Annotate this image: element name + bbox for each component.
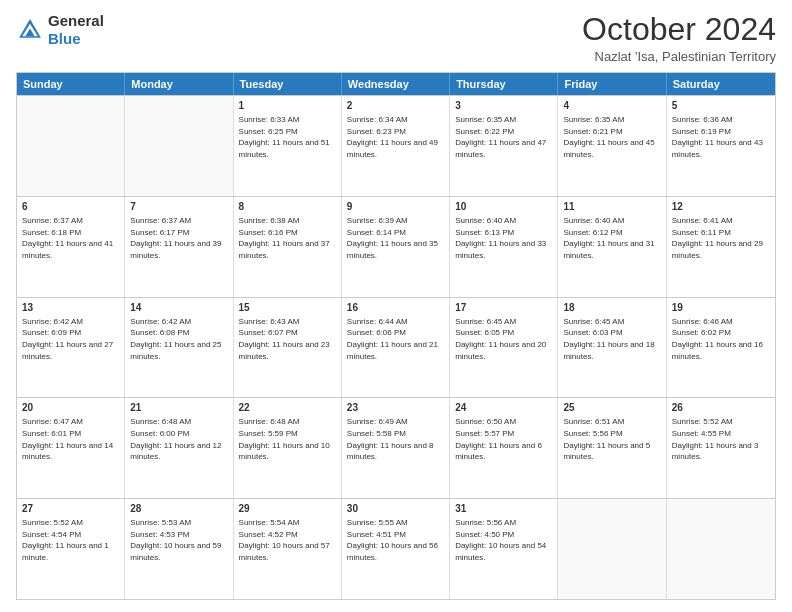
cell-info: Sunrise: 6:40 AM Sunset: 6:12 PM Dayligh… [563,215,660,261]
weekday-header-saturday: Saturday [667,73,775,95]
calendar-body: 1Sunrise: 6:33 AM Sunset: 6:25 PM Daylig… [17,95,775,599]
cell-info: Sunrise: 5:55 AM Sunset: 4:51 PM Dayligh… [347,517,444,563]
cell-info: Sunrise: 5:56 AM Sunset: 4:50 PM Dayligh… [455,517,552,563]
logo-icon [16,16,44,44]
cell-info: Sunrise: 6:51 AM Sunset: 5:56 PM Dayligh… [563,416,660,462]
calendar-cell: 9Sunrise: 6:39 AM Sunset: 6:14 PM Daylig… [342,197,450,297]
calendar-cell: 13Sunrise: 6:42 AM Sunset: 6:09 PM Dayli… [17,298,125,398]
calendar-cell: 28Sunrise: 5:53 AM Sunset: 4:53 PM Dayli… [125,499,233,599]
day-number: 19 [672,301,770,315]
calendar-cell: 2Sunrise: 6:34 AM Sunset: 6:23 PM Daylig… [342,96,450,196]
day-number: 20 [22,401,119,415]
calendar-cell [558,499,666,599]
day-number: 26 [672,401,770,415]
calendar-row-2: 6Sunrise: 6:37 AM Sunset: 6:18 PM Daylig… [17,196,775,297]
calendar-row-4: 20Sunrise: 6:47 AM Sunset: 6:01 PM Dayli… [17,397,775,498]
calendar-row-3: 13Sunrise: 6:42 AM Sunset: 6:09 PM Dayli… [17,297,775,398]
day-number: 17 [455,301,552,315]
calendar-cell: 22Sunrise: 6:48 AM Sunset: 5:59 PM Dayli… [234,398,342,498]
weekday-header-sunday: Sunday [17,73,125,95]
calendar-cell [17,96,125,196]
calendar-cell: 12Sunrise: 6:41 AM Sunset: 6:11 PM Dayli… [667,197,775,297]
weekday-header-thursday: Thursday [450,73,558,95]
weekday-header-friday: Friday [558,73,666,95]
calendar-cell: 10Sunrise: 6:40 AM Sunset: 6:13 PM Dayli… [450,197,558,297]
cell-info: Sunrise: 6:44 AM Sunset: 6:06 PM Dayligh… [347,316,444,362]
calendar-cell: 19Sunrise: 6:46 AM Sunset: 6:02 PM Dayli… [667,298,775,398]
calendar-cell: 5Sunrise: 6:36 AM Sunset: 6:19 PM Daylig… [667,96,775,196]
cell-info: Sunrise: 6:41 AM Sunset: 6:11 PM Dayligh… [672,215,770,261]
day-number: 1 [239,99,336,113]
cell-info: Sunrise: 6:39 AM Sunset: 6:14 PM Dayligh… [347,215,444,261]
logo: General Blue [16,12,104,48]
cell-info: Sunrise: 6:50 AM Sunset: 5:57 PM Dayligh… [455,416,552,462]
calendar-cell: 26Sunrise: 5:52 AM Sunset: 4:55 PM Dayli… [667,398,775,498]
day-number: 29 [239,502,336,516]
logo-blue: Blue [48,30,81,47]
calendar-cell: 27Sunrise: 5:52 AM Sunset: 4:54 PM Dayli… [17,499,125,599]
cell-info: Sunrise: 6:46 AM Sunset: 6:02 PM Dayligh… [672,316,770,362]
day-number: 30 [347,502,444,516]
day-number: 31 [455,502,552,516]
cell-info: Sunrise: 6:48 AM Sunset: 5:59 PM Dayligh… [239,416,336,462]
day-number: 13 [22,301,119,315]
day-number: 21 [130,401,227,415]
cell-info: Sunrise: 6:47 AM Sunset: 6:01 PM Dayligh… [22,416,119,462]
cell-info: Sunrise: 6:45 AM Sunset: 6:03 PM Dayligh… [563,316,660,362]
calendar-cell: 24Sunrise: 6:50 AM Sunset: 5:57 PM Dayli… [450,398,558,498]
day-number: 15 [239,301,336,315]
calendar-cell: 15Sunrise: 6:43 AM Sunset: 6:07 PM Dayli… [234,298,342,398]
weekday-header-monday: Monday [125,73,233,95]
cell-info: Sunrise: 5:52 AM Sunset: 4:55 PM Dayligh… [672,416,770,462]
cell-info: Sunrise: 6:42 AM Sunset: 6:08 PM Dayligh… [130,316,227,362]
day-number: 2 [347,99,444,113]
calendar-cell: 20Sunrise: 6:47 AM Sunset: 6:01 PM Dayli… [17,398,125,498]
calendar-cell [667,499,775,599]
calendar-cell: 16Sunrise: 6:44 AM Sunset: 6:06 PM Dayli… [342,298,450,398]
day-number: 5 [672,99,770,113]
calendar-row-5: 27Sunrise: 5:52 AM Sunset: 4:54 PM Dayli… [17,498,775,599]
day-number: 7 [130,200,227,214]
day-number: 10 [455,200,552,214]
cell-info: Sunrise: 6:34 AM Sunset: 6:23 PM Dayligh… [347,114,444,160]
day-number: 24 [455,401,552,415]
calendar-cell: 31Sunrise: 5:56 AM Sunset: 4:50 PM Dayli… [450,499,558,599]
cell-info: Sunrise: 6:45 AM Sunset: 6:05 PM Dayligh… [455,316,552,362]
calendar-row-1: 1Sunrise: 6:33 AM Sunset: 6:25 PM Daylig… [17,95,775,196]
cell-info: Sunrise: 6:35 AM Sunset: 6:21 PM Dayligh… [563,114,660,160]
day-number: 27 [22,502,119,516]
calendar-cell: 11Sunrise: 6:40 AM Sunset: 6:12 PM Dayli… [558,197,666,297]
cell-info: Sunrise: 5:53 AM Sunset: 4:53 PM Dayligh… [130,517,227,563]
cell-info: Sunrise: 5:54 AM Sunset: 4:52 PM Dayligh… [239,517,336,563]
day-number: 28 [130,502,227,516]
cell-info: Sunrise: 6:37 AM Sunset: 6:18 PM Dayligh… [22,215,119,261]
calendar-cell: 6Sunrise: 6:37 AM Sunset: 6:18 PM Daylig… [17,197,125,297]
day-number: 11 [563,200,660,214]
day-number: 18 [563,301,660,315]
cell-info: Sunrise: 6:48 AM Sunset: 6:00 PM Dayligh… [130,416,227,462]
cell-info: Sunrise: 6:49 AM Sunset: 5:58 PM Dayligh… [347,416,444,462]
day-number: 9 [347,200,444,214]
calendar-cell: 25Sunrise: 6:51 AM Sunset: 5:56 PM Dayli… [558,398,666,498]
calendar-cell: 29Sunrise: 5:54 AM Sunset: 4:52 PM Dayli… [234,499,342,599]
calendar-cell: 14Sunrise: 6:42 AM Sunset: 6:08 PM Dayli… [125,298,233,398]
month-title: October 2024 [582,12,776,47]
day-number: 4 [563,99,660,113]
title-block: October 2024 Nazlat 'Isa, Palestinian Te… [582,12,776,64]
day-number: 25 [563,401,660,415]
calendar-cell: 21Sunrise: 6:48 AM Sunset: 6:00 PM Dayli… [125,398,233,498]
day-number: 3 [455,99,552,113]
cell-info: Sunrise: 6:35 AM Sunset: 6:22 PM Dayligh… [455,114,552,160]
calendar-cell: 23Sunrise: 6:49 AM Sunset: 5:58 PM Dayli… [342,398,450,498]
page: General Blue October 2024 Nazlat 'Isa, P… [0,0,792,612]
day-number: 16 [347,301,444,315]
calendar-cell: 3Sunrise: 6:35 AM Sunset: 6:22 PM Daylig… [450,96,558,196]
cell-info: Sunrise: 6:36 AM Sunset: 6:19 PM Dayligh… [672,114,770,160]
calendar-cell: 1Sunrise: 6:33 AM Sunset: 6:25 PM Daylig… [234,96,342,196]
weekday-header-tuesday: Tuesday [234,73,342,95]
calendar-cell: 30Sunrise: 5:55 AM Sunset: 4:51 PM Dayli… [342,499,450,599]
day-number: 12 [672,200,770,214]
calendar-cell: 18Sunrise: 6:45 AM Sunset: 6:03 PM Dayli… [558,298,666,398]
calendar-cell: 7Sunrise: 6:37 AM Sunset: 6:17 PM Daylig… [125,197,233,297]
cell-info: Sunrise: 6:33 AM Sunset: 6:25 PM Dayligh… [239,114,336,160]
